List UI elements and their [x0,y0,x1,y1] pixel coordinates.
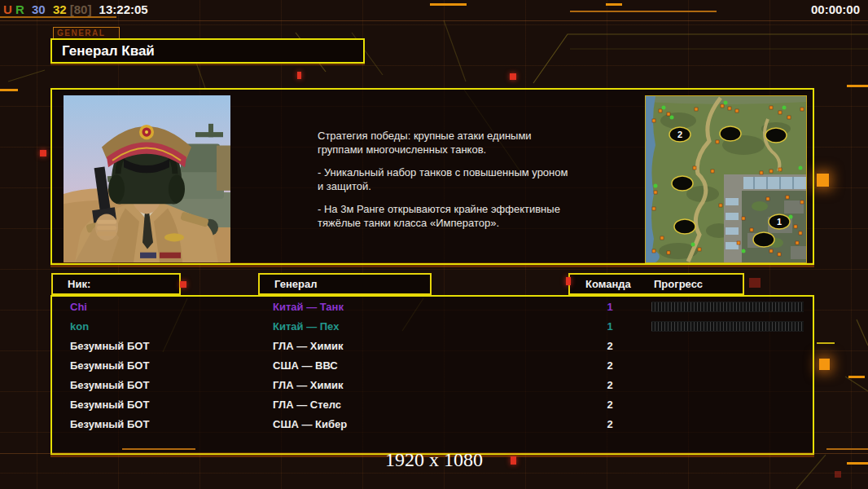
player-name: kon [70,320,89,333]
player-general: США — Кибер [273,418,347,430]
decor-line [847,85,868,87]
status-segment: [80] [70,2,92,16]
decor-orange-square [36,394,50,408]
player-name: Безумный БОТ [70,399,149,411]
player-row: Безумный БОТ США — ВВС 2 [52,356,813,376]
decor-line [0,89,18,91]
player-general: США — ВВС [273,359,338,372]
status-segment: 30 [32,2,46,16]
player-general: ГЛА — Химик [273,340,344,352]
player-progress-bar [651,321,804,332]
decor-line [0,20,868,21]
player-general: Китай — Танк [273,301,344,313]
player-general: Китай — Пех [273,320,339,333]
player-team: 2 [594,359,626,372]
general-name-title: Генерал Квай [50,38,365,64]
player-team: 2 [594,399,626,411]
column-header-general: Генерал [258,273,432,295]
player-team: 2 [594,340,626,352]
decor-red-square [835,471,841,478]
decor-line [570,11,717,12]
map-preview: 2 1 [645,95,807,263]
decor-orange-square [819,359,830,370]
decor-line [848,376,865,378]
player-name: Безумный БОТ [70,418,149,430]
player-name: Безумный БОТ [70,379,149,391]
players-rows: Chi Китай — Танк 1 kon Китай — Пех 1 Без… [52,297,813,434]
decor-orange-square [36,319,50,333]
player-team: 1 [594,320,626,333]
column-header-progress: Прогресс [654,275,703,293]
status-segment: 32 [53,2,67,16]
status-segment: R [15,2,24,16]
player-row: kon Китай — Пех 1 [52,317,813,337]
general-tab-label: GENERAL [53,27,120,39]
strategy-paragraph: - На 3м Ранге открываются крайне эффекти… [318,202,598,230]
decor-red-square [40,150,46,156]
player-row: Безумный БОТ США — Кибер 2 [52,415,813,434]
column-header-nick: Ник: [51,273,181,295]
strategy-paragraph: Стратегия победы: крупные атаки едиными … [318,129,598,156]
status-segment: U [3,2,12,16]
topbar-underline-decoration [0,16,116,18]
player-team: 1 [594,301,626,313]
player-general: ГЛА — Стелс [273,399,341,411]
player-general: ГЛА — Химик [273,379,344,391]
resolution-label: 1920 x 1080 [0,449,868,471]
player-row: Безумный БОТ ГЛА — Химик 2 [52,376,813,395]
decor-line [817,342,835,344]
game-timer: 00:00:00 [811,2,860,16]
start-position-1-label: 1 [777,217,782,227]
decor-red-square [749,278,761,288]
decor-line [430,3,467,6]
decor-red-square [297,72,301,79]
decor-red-square [180,281,186,288]
lobby-status-text: U R 30 32 [80] 13:22:05 [3,2,148,16]
player-team: 2 [594,418,626,430]
decor-orange-square [817,174,829,187]
column-header-team-progress: Команда Прогресс [568,273,744,295]
column-header-team: Команда [585,275,631,293]
player-name: Безумный БОТ [70,340,149,352]
player-row: Chi Китай — Танк 1 [52,297,813,317]
strategy-paragraph: - Уникальный набор танков с повышенным у… [318,165,598,193]
player-name: Безумный БОТ [70,359,149,372]
decor-red-square [510,73,516,80]
decor-orange-square [38,41,51,54]
player-team: 2 [594,379,626,391]
general-portrait-image [64,95,230,262]
players-table-panel: Chi Китай — Танк 1 kon Китай — Пех 1 Без… [50,295,814,455]
player-row: Безумный БОТ ГЛА — Стелс 2 [52,395,813,415]
loading-screen: U R 30 32 [80] 13:22:05 00:00:00 GENERAL… [0,0,868,489]
status-clock: 13:22:05 [99,2,148,16]
player-name: Chi [70,301,87,313]
strategy-description: Стратегия победы: крупные атаки едиными … [318,129,598,239]
decor-line [606,3,622,6]
start-position-2-label: 2 [677,130,682,139]
player-row: Безумный БОТ ГЛА — Химик 2 [52,337,813,356]
player-progress-bar [651,302,804,312]
